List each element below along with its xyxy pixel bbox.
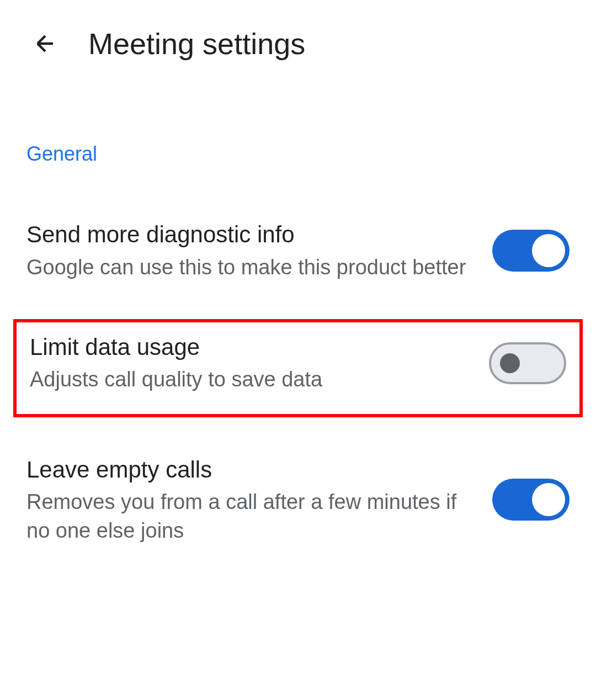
setting-title: Leave empty calls xyxy=(26,455,470,485)
setting-text: Limit data usage Adjusts call quality to… xyxy=(30,332,489,394)
toggle-limit-data-usage[interactable] xyxy=(489,342,566,384)
setting-limit-data-usage[interactable]: Limit data usage Adjusts call quality to… xyxy=(30,332,566,394)
page-title: Meeting settings xyxy=(88,26,305,61)
setting-description: Google can use this to make this product… xyxy=(26,253,470,282)
setting-text: Leave empty calls Removes you from a cal… xyxy=(26,455,492,545)
settings-content: General Send more diagnostic info Google… xyxy=(0,142,596,560)
back-arrow-icon xyxy=(32,30,58,57)
setting-description: Adjusts call quality to save data xyxy=(30,365,467,394)
toggle-thumb xyxy=(532,483,565,516)
setting-title: Limit data usage xyxy=(30,332,467,363)
toggle-thumb xyxy=(532,234,565,267)
setting-diagnostic-info[interactable]: Send more diagnostic info Google can use… xyxy=(26,204,570,297)
setting-title: Send more diagnostic info xyxy=(26,220,470,250)
toggle-thumb xyxy=(500,353,520,373)
header: Meeting settings xyxy=(0,0,596,61)
toggle-leave-empty-calls[interactable] xyxy=(492,479,570,521)
setting-text: Send more diagnostic info Google can use… xyxy=(26,220,492,282)
setting-leave-empty-calls[interactable]: Leave empty calls Removes you from a cal… xyxy=(26,439,570,560)
back-button[interactable] xyxy=(32,30,58,57)
section-header-general: General xyxy=(26,142,570,166)
setting-description: Removes you from a call after a few minu… xyxy=(26,488,470,545)
highlight-annotation: Limit data usage Adjusts call quality to… xyxy=(13,319,583,417)
toggle-diagnostic-info[interactable] xyxy=(492,230,570,272)
